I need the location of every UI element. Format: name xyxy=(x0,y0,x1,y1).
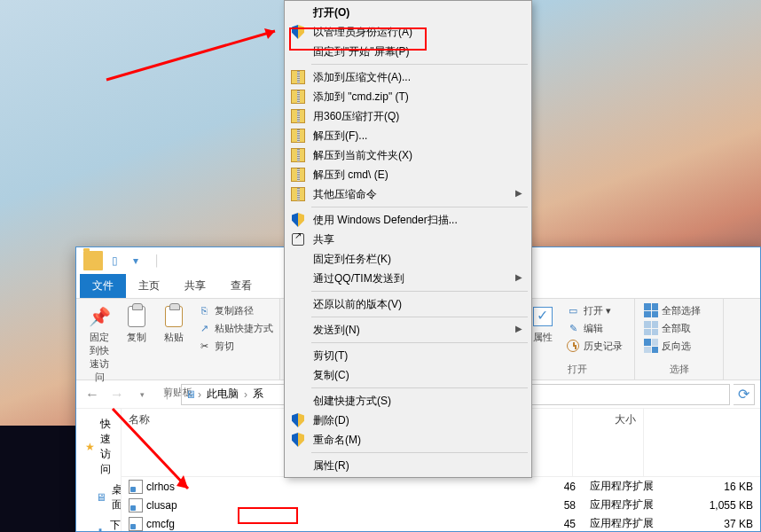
open-button[interactable]: ▭打开 ▾ xyxy=(564,302,624,318)
menu-item[interactable]: 解压到 cmd\ (E) xyxy=(286,165,530,184)
paste-button[interactable]: 粘贴 xyxy=(158,302,190,346)
refresh-icon[interactable]: ⟳ xyxy=(734,384,755,405)
menu-item[interactable]: 属性(R) xyxy=(286,456,530,475)
edit-icon: ✎ xyxy=(566,321,580,335)
menu-label: 添加到压缩文件(A)... xyxy=(313,70,411,85)
group-label: 选择 xyxy=(642,363,716,376)
paste-icon xyxy=(161,304,186,329)
paste-shortcut-button[interactable]: ↗粘贴快捷方式 xyxy=(195,320,275,336)
zip-icon xyxy=(290,147,306,163)
file-size: 16 KB xyxy=(689,479,760,495)
file-row[interactable]: clrhos46应用程序扩展16 KB xyxy=(122,477,760,496)
qat-item[interactable]: ▯ xyxy=(105,251,124,270)
pc-icon: 🖥 xyxy=(185,388,196,401)
menu-item[interactable]: 添加到压缩文件(A)... xyxy=(286,67,530,87)
qat-item[interactable]: ▾ xyxy=(126,251,145,270)
zip-icon xyxy=(290,108,306,124)
sidebar-quick-access[interactable]: ★ 快速访问 xyxy=(80,414,117,480)
menu-item[interactable]: 固定到"开始"屏幕(P) xyxy=(286,42,530,61)
pin-to-quick-button[interactable]: 📌 固定到快 速访问 xyxy=(83,302,115,386)
file-name: clrhos xyxy=(146,481,175,493)
sidebar-desktop[interactable]: 🖥 桌面 📌 xyxy=(80,480,117,515)
context-menu: 打开(O)以管理员身份运行(A)固定到"开始"屏幕(P)添加到压缩文件(A)..… xyxy=(284,0,532,478)
dll-icon xyxy=(129,517,143,531)
separator xyxy=(311,452,528,453)
file-date: 46 xyxy=(334,479,583,495)
zip-icon xyxy=(290,167,306,183)
tab-file[interactable]: 文件 xyxy=(80,274,126,298)
menu-item[interactable]: 通过QQ/TIM发送到▶ xyxy=(286,269,530,288)
zip-icon xyxy=(290,186,306,202)
tab-view[interactable]: 查看 xyxy=(218,274,264,298)
menu-label: 解压到当前文件夹(X) xyxy=(313,148,412,163)
menu-item[interactable]: 复制(C) xyxy=(286,365,530,385)
menu-label: 固定到任务栏(K) xyxy=(313,252,391,267)
star-icon: ★ xyxy=(85,440,95,454)
menu-item[interactable]: 重命名(M) xyxy=(286,430,530,450)
menu-item[interactable]: 解压到(F)... xyxy=(286,126,530,145)
separator xyxy=(311,342,528,343)
copy-button[interactable]: 复制 xyxy=(121,302,153,346)
col-size[interactable]: 大小 xyxy=(573,409,644,476)
menu-label: 添加到 "cmd.zip" (T) xyxy=(313,90,409,105)
invert-selection-button[interactable]: 反向选 xyxy=(642,338,716,354)
label: 属性 xyxy=(533,331,553,344)
forward-arrow-icon[interactable]: → xyxy=(106,384,128,405)
separator xyxy=(311,291,528,292)
menu-label: 打开(O) xyxy=(313,5,349,20)
dll-icon xyxy=(129,480,143,494)
cut-button[interactable]: ✂剪切 xyxy=(195,338,275,354)
history-icon xyxy=(566,339,580,353)
shield-icon xyxy=(290,432,306,448)
menu-label: 通过QQ/TIM发送到 xyxy=(313,271,404,286)
tab-home[interactable]: 主页 xyxy=(126,274,172,298)
menu-item[interactable]: 发送到(N)▶ xyxy=(286,320,530,340)
select-all-button[interactable]: 全部选择 xyxy=(642,302,716,318)
menu-label: 属性(R) xyxy=(313,458,349,473)
menu-item[interactable]: 解压到当前文件夹(X) xyxy=(286,145,530,165)
menu-item[interactable]: 还原以前的版本(V) xyxy=(286,294,530,314)
sidebar-downloads[interactable]: ⬇ 下载 📌 xyxy=(80,515,117,531)
history-button[interactable]: 历史记录 xyxy=(564,338,624,354)
crumb-sys[interactable]: 系 xyxy=(249,387,267,402)
copy-path-button[interactable]: ⎘复制路径 xyxy=(195,302,275,318)
menu-item[interactable]: 创建快捷方式(S) xyxy=(286,391,530,411)
folder-icon xyxy=(83,251,103,270)
recent-dropdown-icon[interactable]: ▾ xyxy=(131,384,153,405)
menu-label: 使用 Windows Defender扫描... xyxy=(313,213,458,228)
menu-label: 解压到(F)... xyxy=(313,129,367,144)
menu-item[interactable]: 添加到 "cmd.zip" (T) xyxy=(286,87,530,106)
menu-item[interactable]: 使用 Windows Defender扫描... xyxy=(286,210,530,230)
edit-button[interactable]: ✎编辑 xyxy=(564,320,624,336)
select-none-icon xyxy=(644,321,658,335)
menu-item[interactable]: 删除(D) xyxy=(286,411,530,430)
file-row[interactable]: clusap58应用程序扩展1,055 KB xyxy=(122,496,760,514)
file-type: 应用程序扩展 xyxy=(583,496,689,514)
menu-item[interactable]: 剪切(T) xyxy=(286,346,530,365)
menu-label: 复制(C) xyxy=(313,368,349,383)
menu-item[interactable]: 打开(O) xyxy=(286,3,530,22)
menu-item[interactable]: 固定到任务栏(K) xyxy=(286,249,530,269)
properties-icon xyxy=(530,304,555,329)
label: 固定到快 速访问 xyxy=(87,331,112,384)
shortcut-icon: ↗ xyxy=(197,321,211,335)
up-arrow-icon[interactable]: ↑ xyxy=(156,384,177,405)
menu-item[interactable]: 其他压缩命令▶ xyxy=(286,184,530,204)
chevron-right-icon: › xyxy=(198,388,201,401)
scissors-icon: ✂ xyxy=(197,339,211,353)
menu-item[interactable]: 用360压缩打开(Q) xyxy=(286,106,530,126)
select-none-button[interactable]: 全部取 xyxy=(642,320,716,336)
chevron-right-icon: › xyxy=(244,388,247,401)
tab-share[interactable]: 共享 xyxy=(172,274,218,298)
chevron-right-icon: ▶ xyxy=(515,324,522,333)
separator xyxy=(311,387,528,388)
crumb-pc[interactable]: 此电脑 xyxy=(203,387,242,402)
menu-item[interactable]: 共享 xyxy=(286,230,530,249)
back-arrow-icon[interactable]: ← xyxy=(82,384,103,405)
file-type: 应用程序扩展 xyxy=(583,477,689,496)
file-row[interactable]: cmcfg45应用程序扩展37 KB xyxy=(122,514,760,532)
menu-item[interactable]: 以管理员身份运行(A) xyxy=(286,22,530,42)
share-icon xyxy=(290,231,306,247)
label: 复制 xyxy=(127,331,146,344)
file-date: 58 xyxy=(334,497,583,513)
